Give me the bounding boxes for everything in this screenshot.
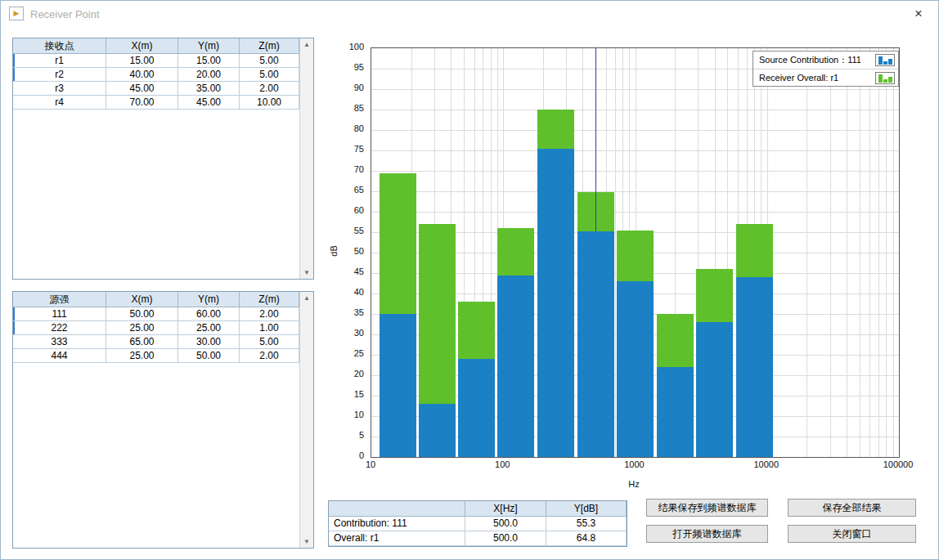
table-row[interactable]: 44425.0050.002.00 [13,349,313,363]
receiver-table[interactable]: 接收点X(m)Y(m)Z(m)r115.0015.005.00r240.0020… [12,38,314,280]
y-tick-label: 95 [326,62,364,72]
column-header: Y(m) [178,292,240,307]
table-cell[interactable]: 10.00 [240,96,299,110]
contribution-bar-segment [497,276,534,458]
cursor-line[interactable] [595,48,596,231]
table-cell[interactable]: 500.0 [465,517,546,531]
table-cell[interactable]: 55.3 [546,517,627,531]
y-tick-label: 35 [326,307,364,317]
x-tick-label: 10000 [732,459,801,469]
table-cell[interactable]: 30.00 [178,335,240,349]
table-row[interactable]: r470.0045.0010.00 [13,96,313,110]
table-cell[interactable]: 25.00 [178,321,240,335]
scroll-up-icon[interactable]: ▲ [300,292,313,304]
save-all-results-button[interactable]: 保存全部结果 [788,499,916,517]
table-cell[interactable]: 45.00 [178,96,240,110]
table-header-row: X[Hz]Y[dB] [329,501,627,517]
table-row[interactable]: r345.0035.002.00 [13,82,313,96]
table-cell[interactable]: 15.00 [106,54,178,68]
column-header: Z(m) [240,38,299,54]
table-cell[interactable]: 15.00 [178,54,240,68]
table-cell[interactable]: 40.00 [106,68,178,82]
vertical-scrollbar[interactable]: ▲▼ [299,292,313,548]
vertical-scrollbar[interactable]: ▲▼ [299,38,313,279]
gridline [615,48,616,457]
column-header: X(m) [106,292,178,307]
chart-legend: Source Contribution：111Receiver Overall:… [753,51,899,87]
legend-label: Receiver Overall: r1 [759,73,875,83]
y-tick-label: 50 [326,246,364,256]
column-header: Z(m) [240,292,299,307]
table-cell[interactable]: 65.00 [106,335,178,349]
close-icon[interactable]: × [909,5,928,23]
overall-bar-segment [458,302,495,359]
table-row[interactable]: 22225.0025.001.00 [13,321,313,335]
cursor-readout-table: X[Hz]Y[dB]Contribution: 111500.055.3Over… [328,500,627,547]
scroll-up-icon[interactable]: ▲ [300,38,313,51]
window-title: Receiver Point [30,8,100,20]
table-cell[interactable]: 45.00 [106,82,178,96]
y-tick-label: 55 [326,226,364,235]
table-row[interactable]: 11150.0060.002.00 [13,307,313,321]
overall-bar-segment [380,173,416,315]
contribution-bar-segment [537,149,574,458]
table-cell[interactable]: 1.00 [240,321,299,335]
table-cell[interactable]: 5.00 [240,54,299,68]
table-row[interactable]: r115.0015.005.00 [13,54,313,68]
table-row[interactable]: r240.0020.005.00 [13,68,313,82]
table-cell[interactable]: 70.00 [106,96,178,110]
table-row[interactable]: 33365.0030.005.00 [13,335,313,349]
y-tick-label: 70 [326,164,364,174]
scroll-down-icon[interactable]: ▼ [300,535,313,548]
table-cell[interactable]: 64.8 [546,531,627,546]
column-header: Y(m) [178,38,240,54]
table-cell[interactable]: 333 [13,335,106,349]
table-cell[interactable]: r1 [13,54,106,68]
column-header: X[Hz] [465,501,546,517]
table-cell[interactable]: 2.00 [240,82,299,96]
table-cell[interactable]: Contribution: 111 [329,517,465,531]
table-cell[interactable]: 25.00 [106,349,178,363]
table-row[interactable]: Contribution: 111500.055.3 [329,517,627,531]
close-window-button[interactable]: 关闭窗口 [788,525,916,543]
gridline [878,48,879,457]
table-cell[interactable]: r3 [13,82,106,96]
table-cell[interactable]: 2.00 [240,307,299,321]
table-cell[interactable]: 111 [13,307,106,321]
table-cell[interactable]: 500.0 [465,531,546,546]
scroll-down-icon[interactable]: ▼ [300,267,313,279]
y-tick-label: 100 [326,42,364,52]
labview-app-icon: ▶ [9,7,24,20]
table-cell[interactable]: 5.00 [240,335,299,349]
x-tick-label: 100000 [864,459,932,469]
open-spectrum-db-button[interactable]: 打开频谱数据库 [646,525,768,543]
gridline [860,48,860,457]
table-cell[interactable]: 20.00 [178,68,240,82]
y-tick-label: 40 [326,287,364,297]
table-cell[interactable]: 25.00 [106,321,178,335]
y-tick-label: 65 [326,185,364,195]
plot-area[interactable] [371,47,900,458]
table-cell[interactable]: 222 [13,321,106,335]
table-cell[interactable]: 35.00 [178,82,240,96]
table-cell[interactable]: r4 [13,96,106,110]
table-cell[interactable]: r2 [13,68,106,82]
table-cell[interactable]: 50.00 [106,307,178,321]
table-row[interactable]: Overall: r1500.064.8 [329,531,627,546]
legend-row: Source Contribution：111 [753,52,898,69]
y-tick-label: 25 [326,348,364,358]
table-cell[interactable]: 5.00 [240,68,299,82]
contribution-bar-segment [696,322,733,457]
gridline [830,48,831,457]
source-table[interactable]: 源强X(m)Y(m)Z(m)11150.0060.002.0022225.002… [12,291,314,549]
table-cell[interactable]: 50.00 [178,349,240,363]
gridline [847,48,847,457]
y-tick-label: 45 [326,267,364,276]
table-cell[interactable]: 2.00 [240,349,299,363]
save-to-spectrum-db-button[interactable]: 结果保存到频谱数据库 [646,499,768,517]
contribution-bar-segment [577,231,614,458]
table-cell[interactable]: Overall: r1 [329,531,465,546]
x-axis-label: Hz [601,479,667,489]
table-cell[interactable]: 444 [13,349,106,363]
table-cell[interactable]: 60.00 [178,307,240,321]
